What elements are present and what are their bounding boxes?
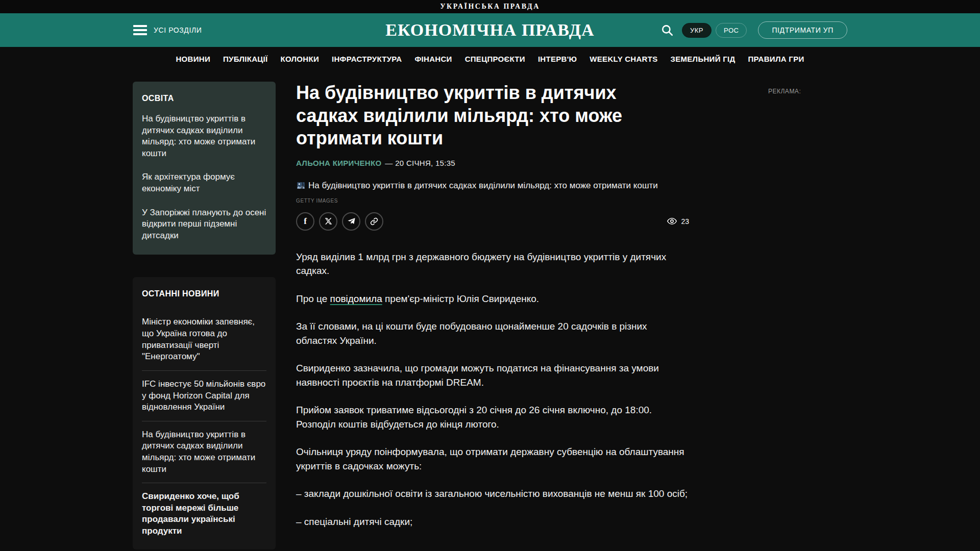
language-switcher: УКР РОС [682, 23, 747, 38]
telegram-icon [347, 217, 356, 226]
share-x-button[interactable] [319, 212, 337, 231]
nav-item-publikatsii[interactable]: ПУБЛІКАЦІЇ [223, 55, 267, 63]
right-rail: РЕКЛАМА: [768, 82, 847, 95]
nav-item-spetsproiekty[interactable]: СПЕЦПРОЄКТИ [465, 55, 525, 63]
nav-item-zemelnyi-hid[interactable]: ЗЕМЕЛЬНИЙ ГІД [670, 55, 735, 63]
ekonomichna-pravda-logo[interactable]: ЕКОНОМІЧНА ПРАВДА [385, 20, 594, 40]
ukrainska-pravda-logo[interactable]: УКРАЇНСЬКА ПРАВДА [440, 3, 540, 11]
share-facebook-button[interactable]: f [296, 212, 314, 231]
paragraph: Очільниця уряду поінформувала, що отрима… [296, 445, 689, 473]
page-title: На будівництво укриттів в дитячих садках… [296, 82, 648, 150]
nav-item-infrastruktura[interactable]: ІНФРАСТРУКТУРА [332, 55, 402, 63]
latest-news-box: ОСТАННІ НОВИНИ Міністр економіки запевня… [133, 277, 276, 549]
author-link[interactable]: АЛЬОНА КИРИЧЕНКО [296, 159, 381, 167]
paragraph: Уряд виділив 1 млрд грн з державного бюд… [296, 250, 689, 278]
share-row: f [296, 212, 689, 231]
nav-item-interviu[interactable]: ІНТЕРВ'Ю [538, 55, 577, 63]
list-item[interactable]: На будівництво укриттів в дитячих садках… [142, 113, 266, 159]
list-item[interactable]: На будівництво укриттів в дитячих садках… [142, 421, 266, 483]
left-sidebar: ОСВІТА На будівництво укриттів в дитячих… [133, 82, 276, 549]
main-nav: НОВИНИ ПУБЛІКАЦІЇ КОЛОНКИ ІНФРАСТРУКТУРА… [0, 47, 980, 70]
broken-article-image: На будівництво укриттів в дитячих садках… [296, 180, 689, 191]
paragraph: Свириденко зазначила, що громади можуть … [296, 361, 689, 389]
nav-item-kolonky[interactable]: КОЛОНКИ [280, 55, 319, 63]
topbar: УКРАЇНСЬКА ПРАВДА [0, 0, 980, 13]
header-controls: УКР РОС ПІДТРИМАТИ УП [659, 13, 847, 47]
article-body: Уряд виділив 1 млрд грн з державного бюд… [296, 250, 689, 529]
search-button[interactable] [659, 22, 675, 38]
list-item[interactable]: Міністр економіки запевняє, що Україна г… [142, 309, 266, 370]
image-alt-text: На будівництво укриттів в дитячих садках… [308, 180, 658, 191]
article: На будівництво укриттів в дитячих садках… [296, 82, 689, 542]
education-box-title: ОСВІТА [142, 94, 266, 103]
nav-item-novyny[interactable]: НОВИНИ [176, 55, 210, 63]
paragraph: За її словами, на ці кошти буде побудова… [296, 319, 689, 347]
education-topic-box: ОСВІТА На будівництво укриттів в дитячих… [133, 82, 276, 255]
view-count: 23 [681, 217, 689, 226]
broken-image-icon [296, 181, 306, 190]
list-item[interactable]: У Запоріжжі планують до осені відкрити п… [142, 207, 266, 242]
nav-item-weekly-charts[interactable]: WEEKLY CHARTS [590, 55, 657, 63]
publish-date: — 20 СІЧНЯ, 15:35 [385, 159, 455, 167]
lang-ros-button[interactable]: РОС [716, 23, 747, 38]
list-item[interactable]: Як архітектура формує економіку міст [142, 171, 266, 194]
latest-news-title: ОСТАННІ НОВИНИ [142, 289, 266, 298]
support-up-button[interactable]: ПІДТРИМАТИ УП [758, 21, 847, 39]
nav-item-pravyla-hry[interactable]: ПРАВИЛА ГРИ [748, 55, 804, 63]
byline: АЛЬОНА КИРИЧЕНКО — 20 СІЧНЯ, 15:35 [296, 159, 689, 167]
eye-icon [667, 216, 677, 227]
image-credit: GETTY IMAGES [296, 198, 689, 204]
copy-link-icon [370, 217, 378, 226]
all-sections-label: УСІ РОЗДІЛИ [154, 26, 202, 34]
paragraph: – спеціальні дитячі садки; [296, 515, 689, 529]
paragraph: Про це повідомила прем'єр-міністр Юлія С… [296, 292, 689, 306]
share-telegram-button[interactable] [342, 212, 360, 231]
search-icon [660, 23, 674, 37]
x-twitter-icon [325, 217, 332, 225]
list-item[interactable]: Свириденко хоче, щоб торгові мережі біль… [142, 483, 266, 537]
view-counter: 23 [667, 216, 689, 227]
facebook-icon: f [304, 217, 307, 226]
paragraph: – заклади дошкільної освіти із загальною… [296, 487, 689, 501]
copy-link-button[interactable] [365, 212, 383, 231]
all-sections-menu[interactable]: УСІ РОЗДІЛИ [133, 13, 202, 47]
page-content: ОСВІТА На будівництво укриттів в дитячих… [133, 82, 847, 549]
site-header: УСІ РОЗДІЛИ ЕКОНОМІЧНА ПРАВДА УКР РОС ПІ… [0, 13, 980, 47]
hamburger-icon [133, 25, 147, 35]
ad-label: РЕКЛАМА: [768, 88, 847, 95]
lang-ukr-button[interactable]: УКР [682, 23, 712, 38]
paragraph: Прийом заявок триватиме відсьогодні з 20… [296, 403, 689, 431]
nav-item-finansy[interactable]: ФІНАНСИ [414, 55, 452, 63]
source-link[interactable]: повідомила [330, 293, 382, 304]
list-item[interactable]: IFC інвестує 50 мільйонів євро у фонд Ho… [142, 370, 266, 421]
